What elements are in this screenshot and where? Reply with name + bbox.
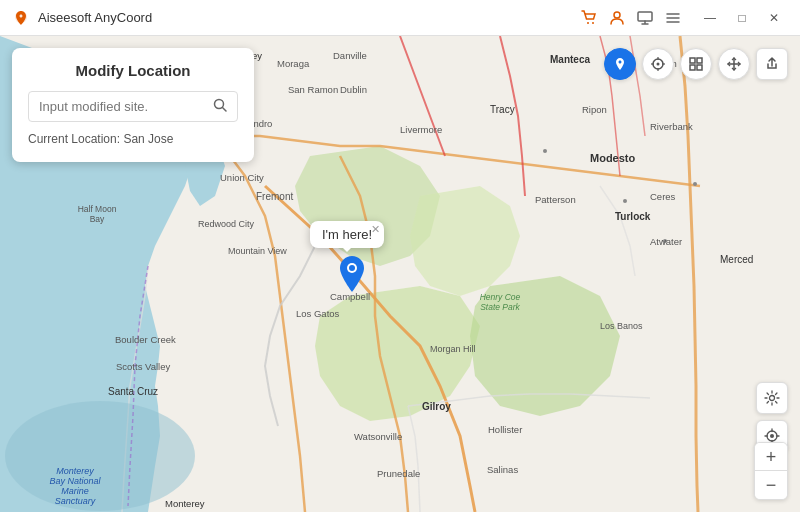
crosshair-button[interactable] (680, 48, 712, 80)
location-pin (338, 256, 366, 299)
map-container: Sausalito Berkeley Moraga Danville Mante… (0, 36, 800, 512)
svg-point-8 (663, 239, 667, 243)
im-here-popup: ✕ I'm here! (310, 221, 384, 248)
svg-point-6 (623, 199, 627, 203)
app-title: Aiseesoft AnyCoord (38, 10, 152, 25)
svg-rect-20 (697, 58, 702, 63)
svg-rect-22 (697, 65, 702, 70)
panel-title: Modify Location (28, 62, 238, 79)
close-button[interactable]: ✕ (760, 8, 788, 28)
modify-location-panel: Modify Location Current Location: San Jo… (12, 48, 254, 162)
cart-icon[interactable] (580, 9, 598, 27)
search-icon[interactable] (213, 98, 227, 115)
settings-button[interactable] (756, 382, 788, 414)
maximize-button[interactable]: □ (728, 8, 756, 28)
svg-rect-19 (690, 58, 695, 63)
svg-point-24 (349, 265, 355, 271)
svg-point-14 (657, 63, 660, 66)
zoom-in-button[interactable]: + (755, 443, 787, 471)
svg-point-1 (587, 22, 589, 24)
search-input[interactable] (39, 99, 207, 114)
export-button[interactable] (756, 48, 788, 80)
svg-rect-4 (638, 12, 652, 21)
title-bar-controls: — □ ✕ (696, 8, 788, 28)
move-button[interactable] (718, 48, 750, 80)
svg-line-12 (223, 108, 227, 112)
menu-icon[interactable] (664, 9, 682, 27)
location-mode-button[interactable] (604, 48, 636, 80)
search-box (28, 91, 238, 122)
title-bar-left: Aiseesoft AnyCoord (12, 9, 152, 27)
target-button[interactable] (642, 48, 674, 80)
svg-point-27 (770, 434, 774, 438)
zoom-out-button[interactable]: − (755, 471, 787, 499)
monitor-icon[interactable] (636, 9, 654, 27)
svg-point-25 (770, 396, 775, 401)
svg-point-7 (543, 149, 547, 153)
title-bar-icons (580, 9, 682, 27)
svg-point-9 (693, 182, 697, 186)
map-zoom-controls: + − (754, 442, 788, 500)
svg-point-10 (5, 401, 195, 511)
map-toolbar (604, 48, 788, 80)
app-icon (12, 9, 30, 27)
popup-close-button[interactable]: ✕ (371, 223, 380, 236)
svg-point-3 (614, 12, 620, 18)
popup-text: I'm here! (322, 227, 372, 242)
user-icon[interactable] (608, 9, 626, 27)
current-location: Current Location: San Jose (28, 132, 238, 146)
svg-rect-21 (690, 65, 695, 70)
svg-point-2 (592, 22, 594, 24)
title-bar: Aiseesoft AnyCoord (0, 0, 800, 36)
minimize-button[interactable]: — (696, 8, 724, 28)
